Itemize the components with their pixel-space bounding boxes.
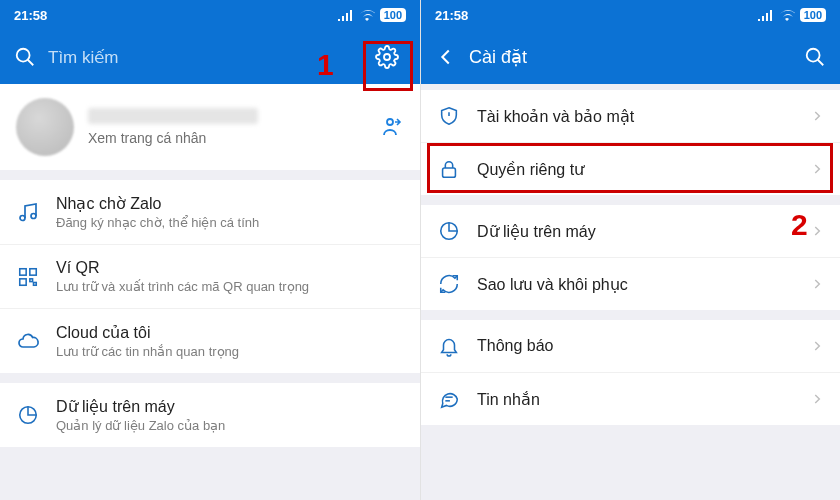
svg-point-3 bbox=[387, 119, 393, 125]
screen-profile: 21:58 100 Tìm kiếm Xem trang cá nhân bbox=[0, 0, 420, 500]
wifi-icon bbox=[359, 9, 375, 21]
settings-group-2: Dữ liệu trên máy Sao lưu và khôi phục bbox=[421, 205, 840, 310]
profile-subtitle: Xem trang cá nhân bbox=[88, 130, 366, 146]
item-qr-wallet[interactable]: Ví QR Lưu trữ và xuất trình các mã QR qu… bbox=[0, 245, 420, 309]
item-title: Thông báo bbox=[477, 337, 794, 355]
battery-badge: 100 bbox=[380, 8, 406, 22]
svg-rect-14 bbox=[443, 168, 456, 177]
item-sub: Quản lý dữ liệu Zalo của bạn bbox=[56, 418, 404, 433]
svg-line-13 bbox=[818, 60, 824, 66]
item-title: Dữ liệu trên máy bbox=[477, 222, 794, 241]
pie-icon bbox=[16, 403, 40, 427]
svg-point-4 bbox=[20, 216, 25, 221]
item-notifications[interactable]: Thông báo bbox=[421, 320, 840, 373]
item-title: Quyền riêng tư bbox=[477, 160, 794, 179]
settings-button[interactable] bbox=[368, 38, 406, 76]
status-bar: 21:58 100 bbox=[0, 0, 420, 30]
chevron-right-icon bbox=[810, 224, 824, 238]
profile-row[interactable]: Xem trang cá nhân bbox=[0, 84, 420, 170]
svg-rect-10 bbox=[34, 282, 37, 285]
lock-icon bbox=[437, 157, 461, 181]
item-messages[interactable]: Tin nhắn bbox=[421, 373, 840, 425]
search-icon[interactable] bbox=[14, 46, 36, 68]
svg-rect-9 bbox=[30, 278, 33, 281]
switch-account-icon[interactable] bbox=[380, 115, 404, 139]
item-title: Sao lưu và khôi phục bbox=[477, 275, 794, 294]
content: Xem trang cá nhân Nhạc chờ Zalo Đăng ký … bbox=[0, 84, 420, 500]
item-my-cloud[interactable]: Cloud của tôi Lưu trữ các tin nhắn quan … bbox=[0, 309, 420, 373]
item-title: Cloud của tôi bbox=[56, 323, 404, 342]
header: Tìm kiếm bbox=[0, 30, 420, 84]
music-icon bbox=[16, 200, 40, 224]
list-section-1: Nhạc chờ Zalo Đăng ký nhạc chờ, thể hiện… bbox=[0, 180, 420, 373]
profile-name-blurred bbox=[88, 108, 258, 124]
bell-icon bbox=[437, 334, 461, 358]
item-sub: Đăng ký nhạc chờ, thể hiện cá tính bbox=[56, 215, 404, 230]
page-title: Cài đặt bbox=[469, 46, 792, 68]
status-time: 21:58 bbox=[435, 8, 468, 23]
item-title: Tin nhắn bbox=[477, 390, 794, 409]
item-title: Tài khoản và bảo mật bbox=[477, 107, 794, 126]
back-button[interactable] bbox=[435, 46, 457, 68]
qr-icon bbox=[16, 265, 40, 289]
svg-point-2 bbox=[384, 54, 390, 60]
svg-point-12 bbox=[807, 49, 820, 62]
item-backup-restore[interactable]: Sao lưu và khôi phục bbox=[421, 258, 840, 310]
chevron-right-icon bbox=[810, 277, 824, 291]
item-privacy[interactable]: Quyền riêng tư bbox=[421, 143, 840, 195]
header: Cài đặt bbox=[421, 30, 840, 84]
signal-icon bbox=[338, 10, 354, 21]
screen-settings: 21:58 100 Cài đặt Tài khoản v bbox=[420, 0, 840, 500]
avatar bbox=[16, 98, 74, 156]
chevron-right-icon bbox=[810, 109, 824, 123]
chevron-right-icon bbox=[810, 339, 824, 353]
signal-icon bbox=[758, 10, 774, 21]
content: Tài khoản và bảo mật Quyền riêng tư Dữ l… bbox=[421, 84, 840, 500]
settings-group-3: Thông báo Tin nhắn bbox=[421, 320, 840, 425]
wifi-icon bbox=[779, 9, 795, 21]
svg-rect-8 bbox=[20, 278, 26, 284]
status-right: 100 bbox=[758, 8, 826, 22]
svg-line-1 bbox=[28, 60, 34, 66]
item-data-on-device[interactable]: Dữ liệu trên máy Quản lý dữ liệu Zalo củ… bbox=[0, 383, 420, 447]
svg-point-5 bbox=[31, 214, 36, 219]
item-title: Ví QR bbox=[56, 259, 404, 277]
settings-group-1: Tài khoản và bảo mật Quyền riêng tư bbox=[421, 90, 840, 195]
svg-rect-6 bbox=[20, 268, 26, 274]
item-title: Dữ liệu trên máy bbox=[56, 397, 404, 416]
battery-badge: 100 bbox=[800, 8, 826, 22]
sync-icon bbox=[437, 272, 461, 296]
svg-rect-7 bbox=[30, 268, 36, 274]
status-time: 21:58 bbox=[14, 8, 47, 23]
chevron-right-icon bbox=[810, 162, 824, 176]
search-icon[interactable] bbox=[804, 46, 826, 68]
status-right: 100 bbox=[338, 8, 406, 22]
item-title: Nhạc chờ Zalo bbox=[56, 194, 404, 213]
item-sub: Lưu trữ và xuất trình các mã QR quan trọ… bbox=[56, 279, 404, 294]
profile-text: Xem trang cá nhân bbox=[88, 108, 366, 146]
pie-icon bbox=[437, 219, 461, 243]
item-sub: Lưu trữ các tin nhắn quan trọng bbox=[56, 344, 404, 359]
status-bar: 21:58 100 bbox=[421, 0, 840, 30]
search-input[interactable]: Tìm kiếm bbox=[48, 47, 356, 68]
list-section-2: Dữ liệu trên máy Quản lý dữ liệu Zalo củ… bbox=[0, 383, 420, 447]
item-account-security[interactable]: Tài khoản và bảo mật bbox=[421, 90, 840, 143]
cloud-icon bbox=[16, 329, 40, 353]
message-icon bbox=[437, 387, 461, 411]
shield-icon bbox=[437, 104, 461, 128]
chevron-right-icon bbox=[810, 392, 824, 406]
item-ringtone[interactable]: Nhạc chờ Zalo Đăng ký nhạc chờ, thể hiện… bbox=[0, 180, 420, 245]
svg-point-0 bbox=[17, 49, 30, 62]
item-data-on-device[interactable]: Dữ liệu trên máy bbox=[421, 205, 840, 258]
